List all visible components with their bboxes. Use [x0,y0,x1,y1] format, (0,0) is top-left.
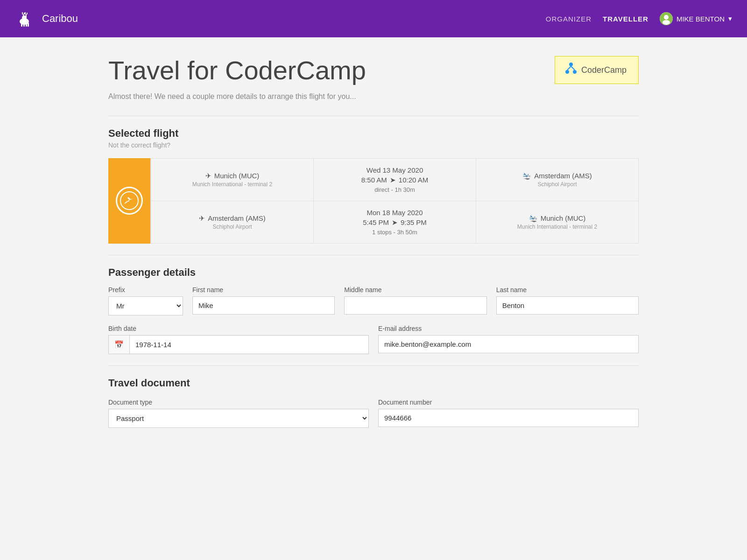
takeoff-icon-2: ✈ [199,214,205,223]
codercamp-label: CoderCamp [581,65,627,75]
flight-rows: ✈ Munich (MUC) Munich International - te… [150,158,639,244]
return-arr-terminal: Munich International - terminal 2 [517,224,597,230]
birth-date-input[interactable] [130,336,368,353]
svg-point-17 [573,70,577,74]
svg-rect-2 [21,23,22,27]
flight-row-outbound: ✈ Munich (MUC) Munich International - te… [151,159,638,201]
flight-row-return: ✈ Amsterdam (AMS) Schiphol Airport Mon 1… [151,201,638,243]
divider-3 [108,365,639,366]
svg-rect-11 [27,13,28,14]
first-name-input[interactable] [192,296,335,315]
airline-logo-circle [116,187,143,215]
return-arr-airport: 🛬 Munich (MUC) [529,214,586,223]
page-header: Travel for CoderCamp CoderCamp [108,56,639,85]
codercamp-badge: CoderCamp [555,56,639,84]
svg-rect-7 [22,12,23,14]
return-arrival: 🛬 Munich (MUC) Munich International - te… [476,201,638,243]
doc-number-field: Document number [378,399,639,428]
return-departure: ✈ Amsterdam (AMS) Schiphol Airport [151,201,313,243]
email-label: E-mail address [378,325,639,332]
return-duration: 1 stops - 3h 50m [372,229,417,236]
return-time-range: 5:45 PM ➤ 9:35 PM [363,218,427,227]
outbound-arr-airport: 🛬 Amsterdam (AMS) [522,172,592,180]
email-field: E-mail address [378,325,639,354]
doc-number-label: Document number [378,399,639,406]
user-menu[interactable]: MIKE BENTON ▾ [660,12,732,25]
svg-point-13 [664,15,669,20]
travel-document-section: Travel document Document type Passport I… [108,377,639,428]
first-name-field: First name [192,286,335,315]
return-dep-airport: ✈ Amsterdam (AMS) [199,214,265,223]
return-times: Mon 18 May 2020 5:45 PM ➤ 9:35 PM 1 stop… [313,201,476,243]
svg-rect-9 [26,14,27,18]
svg-rect-4 [26,24,27,27]
svg-point-14 [662,20,670,25]
outbound-date: Wed 13 May 2020 [366,166,423,174]
divider-1 [108,116,639,116]
takeoff-icon: ✈ [205,172,211,180]
last-name-input[interactable] [496,296,639,315]
svg-point-15 [569,63,573,66]
user-chevron-icon: ▾ [728,14,732,23]
logo-area: Caribou [15,7,78,30]
logo-text: Caribou [42,13,78,25]
doc-type-select[interactable]: Passport ID Card Driver License [108,409,369,428]
middle-name-field: Middle name [344,286,486,315]
passenger-details-section: Passenger details Prefix Mr Mrs Ms Dr Fi… [108,266,639,354]
user-avatar [660,12,673,25]
contact-fields-grid: Birth date 📅 E-mail address [108,325,639,354]
travel-document-title: Travel document [108,377,639,389]
middle-name-label: Middle name [344,286,486,294]
svg-rect-10 [25,12,26,14]
prefix-select[interactable]: Mr Mrs Ms Dr [108,296,183,315]
birth-date-wrapper: 📅 [108,335,369,354]
birth-date-label: Birth date [108,325,369,332]
doc-number-input[interactable] [378,409,639,427]
calendar-icon: 📅 [109,336,130,354]
flight-card: ✈ Munich (MUC) Munich International - te… [108,158,639,244]
arrow-right-icon: ➤ [390,176,396,184]
outbound-dep-terminal: Munich International - terminal 2 [192,181,272,188]
airline-logo [108,158,150,244]
outbound-arr-terminal: Schiphol Airport [537,181,577,188]
svg-rect-5 [28,23,29,27]
selected-flight-subtitle[interactable]: Not the correct flight? [108,141,639,149]
page-title: Travel for CoderCamp [108,56,366,85]
prefix-label: Prefix [108,286,183,294]
name-fields-grid: Prefix Mr Mrs Ms Dr First name Middle na… [108,286,639,315]
user-name: MIKE BENTON [677,15,725,23]
arrow-right-icon-2: ➤ [392,218,398,227]
last-name-field: Last name [496,286,639,315]
selected-flight-title: Selected flight [108,127,639,140]
email-input[interactable] [378,335,639,353]
svg-line-19 [571,66,575,70]
birth-date-field: Birth date 📅 [108,325,369,354]
nav-organizer[interactable]: ORGANIZER [546,15,592,23]
caribou-logo-icon [15,7,37,30]
outbound-duration: direct - 1h 30m [374,186,415,193]
svg-rect-6 [23,14,24,18]
selected-flight-section: Selected flight Not the correct flight? [108,127,639,244]
svg-line-18 [567,66,571,70]
page-subtitle: Almost there! We need a couple more deta… [108,92,639,101]
svg-rect-3 [23,24,25,27]
page-title-area: Travel for CoderCamp [108,56,366,85]
landing-icon-2: 🛬 [529,214,538,223]
document-fields-grid: Document type Passport ID Card Driver Li… [108,399,639,428]
doc-type-field: Document type Passport ID Card Driver Li… [108,399,369,428]
outbound-dep-airport: ✈ Munich (MUC) [205,172,260,180]
divider-2 [108,255,639,255]
prefix-field: Prefix Mr Mrs Ms Dr [108,286,183,315]
nav-traveller[interactable]: TRAVELLER [603,15,648,23]
navigation: ORGANIZER TRAVELLER MIKE BENTON ▾ [546,12,732,25]
codercamp-logo-icon [564,62,578,78]
middle-name-input[interactable] [344,296,486,315]
svg-point-16 [565,70,569,74]
outbound-time-range: 8:50 AM ➤ 10:20 AM [361,176,428,184]
passenger-details-title: Passenger details [108,266,639,279]
doc-type-label: Document type [108,399,369,406]
outbound-departure: ✈ Munich (MUC) Munich International - te… [151,159,313,201]
return-date: Mon 18 May 2020 [366,209,423,217]
main-content: Travel for CoderCamp CoderCamp Almost th… [93,37,654,447]
avatar-icon [660,12,673,25]
